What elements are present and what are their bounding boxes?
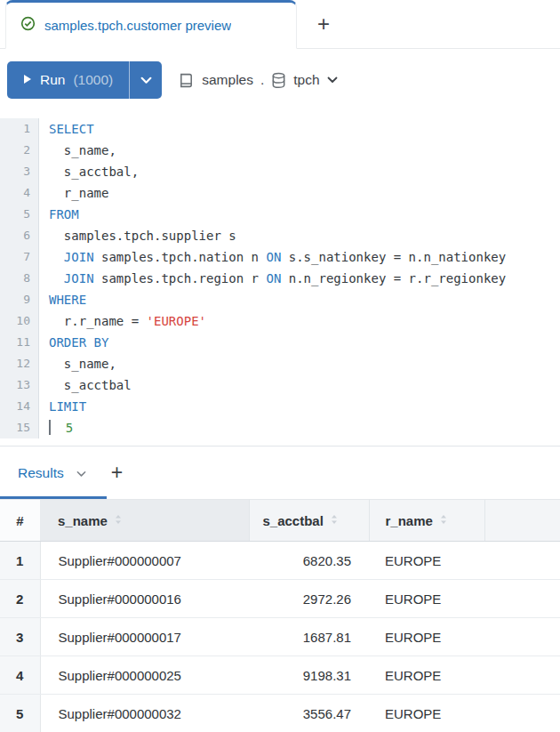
code-line[interactable]: 15 5	[0, 417, 560, 438]
code-line[interactable]: 14LIMIT	[0, 396, 560, 417]
code-segment-str: 'EUROPE'	[147, 314, 206, 328]
run-options-dropdown-button[interactable]	[130, 61, 162, 99]
column-header-s_acctbal[interactable]: s_acctbal	[249, 500, 369, 542]
plus-icon: +	[317, 12, 330, 36]
code-line-content[interactable]: s_acctbal	[39, 374, 560, 396]
run-button-label: Run	[40, 72, 65, 88]
catalog-schema-dot: .	[260, 72, 264, 88]
line-number: 10	[0, 310, 39, 332]
add-results-tab-button[interactable]: +	[111, 461, 123, 485]
line-number: 1	[0, 118, 39, 140]
line-number: 14	[0, 396, 39, 417]
code-line-content[interactable]: s_acctbal,	[39, 161, 560, 182]
code-line-content[interactable]: WHERE	[39, 289, 560, 310]
code-line-content[interactable]: JOIN samples.tpch.nation n ON s.s_nation…	[39, 246, 560, 268]
line-number: 6	[0, 225, 39, 246]
code-segment-kw: LIMIT	[49, 399, 86, 414]
code-segment-pl: s_name,	[49, 357, 116, 371]
code-line[interactable]: 6 samples.tpch.supplier s	[0, 225, 560, 246]
code-line-content[interactable]: 5	[39, 417, 560, 438]
code-line[interactable]: 3 s_acctbal,	[0, 161, 560, 182]
editor-tab-bar: samples.tpch.customer preview +	[0, 0, 560, 49]
code-segment-pl: samples.tpch.nation n	[94, 250, 267, 264]
code-line-content[interactable]: s_name,	[39, 353, 560, 374]
cell-s-acctbal[interactable]: 2972.26	[249, 580, 369, 618]
code-line-content[interactable]: r_name	[39, 182, 560, 204]
chevron-down-icon	[327, 76, 338, 84]
catalog-name: samples	[202, 72, 253, 88]
code-line[interactable]: 5FROM	[0, 204, 560, 225]
column-header-r_name[interactable]: r_name	[369, 500, 484, 542]
code-segment-kw: ORDER BY	[49, 335, 108, 350]
tab-results[interactable]: Results	[18, 465, 86, 481]
code-segment-pl: s_acctbal,	[49, 165, 139, 179]
cell-r-name[interactable]: EUROPE	[369, 656, 484, 695]
tab-samples-tpch-customer-preview[interactable]: samples.tpch.customer preview	[5, 0, 297, 49]
cell-r-name[interactable]: EUROPE	[369, 580, 484, 618]
column-header-s_name[interactable]: s_name	[40, 500, 249, 542]
cell-s-acctbal[interactable]: 6820.35	[249, 542, 369, 580]
query-toolbar: Run (1000) samples . tpch	[0, 49, 560, 111]
cell-s-acctbal[interactable]: 1687.81	[249, 618, 369, 656]
code-segment-kw: ON	[266, 271, 281, 286]
cell-s-acctbal[interactable]: 9198.31	[249, 656, 369, 695]
run-button[interactable]: Run (1000)	[7, 61, 129, 99]
code-line[interactable]: 4 r_name	[0, 182, 560, 204]
cell-s-name[interactable]: Supplier#000000017	[40, 618, 249, 656]
code-line-content[interactable]: ORDER BY	[39, 332, 560, 353]
code-line-content[interactable]: r.r_name = 'EUROPE'	[39, 310, 560, 332]
column-header-empty	[484, 500, 560, 542]
cell-empty	[484, 580, 560, 618]
code-line[interactable]: 7 JOIN samples.tpch.nation n ON s.s_nati…	[0, 246, 560, 268]
table-row: 4Supplier#0000000259198.31EUROPE	[0, 656, 560, 695]
table-row: 2Supplier#0000000162972.26EUROPE	[0, 580, 560, 618]
cell-s-name[interactable]: Supplier#000000032	[40, 695, 249, 732]
code-line[interactable]: 10 r.r_name = 'EUROPE'	[0, 310, 560, 332]
code-segment-pl: s_name,	[49, 143, 116, 157]
code-segment-kw: JOIN	[64, 250, 94, 264]
code-line[interactable]: 13 s_acctbal	[0, 374, 560, 396]
table-row: 3Supplier#0000000171687.81EUROPE	[0, 618, 560, 656]
code-line-content[interactable]: FROM	[39, 204, 560, 225]
run-split-button: Run (1000)	[7, 61, 162, 99]
code-line[interactable]: 12 s_name,	[0, 353, 560, 374]
catalog-icon	[178, 72, 195, 89]
line-number: 12	[0, 353, 39, 374]
cell-s-name[interactable]: Supplier#000000025	[40, 656, 249, 695]
line-number: 2	[0, 140, 39, 161]
new-tab-button[interactable]: +	[297, 0, 350, 48]
sql-editor[interactable]: 1SELECT2 s_name,3 s_acctbal,4 r_name5FRO…	[0, 111, 560, 446]
code-line[interactable]: 9WHERE	[0, 289, 560, 310]
code-segment-pl	[49, 271, 64, 286]
row-index: 2	[0, 580, 40, 618]
code-line[interactable]: 1SELECT	[0, 118, 560, 140]
line-number: 11	[0, 332, 39, 353]
cell-empty	[484, 618, 560, 656]
table-row: 1Supplier#0000000076820.35EUROPE	[0, 542, 560, 580]
line-number: 4	[0, 182, 39, 204]
cell-r-name[interactable]: EUROPE	[369, 695, 484, 732]
cell-r-name[interactable]: EUROPE	[369, 618, 484, 656]
code-line-content[interactable]: LIMIT	[39, 396, 560, 417]
results-table-header: #s_names_acctbalr_name	[0, 500, 560, 542]
code-line[interactable]: 8 JOIN samples.tpch.region r ON n.n_regi…	[0, 268, 560, 289]
column-header-index[interactable]: #	[0, 500, 40, 542]
code-line-content[interactable]: SELECT	[39, 118, 560, 140]
cell-s-name[interactable]: Supplier#000000007	[40, 542, 249, 580]
code-line[interactable]: 11ORDER BY	[0, 332, 560, 353]
cell-s-acctbal[interactable]: 3556.47	[249, 695, 369, 732]
results-table-body: 1Supplier#0000000076820.35EUROPE2Supplie…	[0, 542, 560, 732]
cell-r-name[interactable]: EUROPE	[369, 542, 484, 580]
line-number: 15	[0, 417, 39, 438]
code-line-content[interactable]: JOIN samples.tpch.region r ON n.n_region…	[39, 268, 560, 289]
catalog-schema-selector[interactable]: samples . tpch	[178, 72, 337, 89]
code-segment-pl: samples.tpch.region r	[94, 271, 267, 286]
run-row-limit: (1000)	[73, 72, 113, 88]
code-line-content[interactable]: s_name,	[39, 140, 560, 161]
line-number: 13	[0, 374, 39, 396]
cell-empty	[484, 542, 560, 580]
cell-s-name[interactable]: Supplier#000000016	[40, 580, 249, 618]
code-line-content[interactable]: samples.tpch.supplier s	[39, 225, 560, 246]
code-line[interactable]: 2 s_name,	[0, 140, 560, 161]
code-segment-kw: ON	[266, 250, 281, 264]
